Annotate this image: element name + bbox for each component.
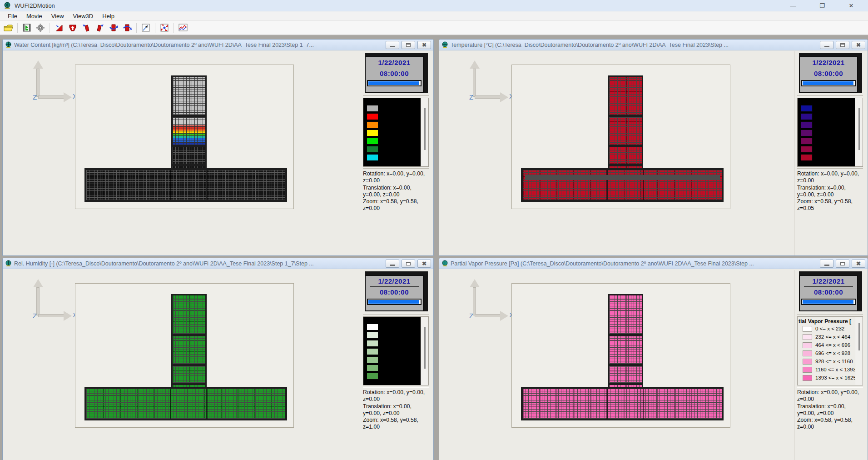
scrollbar-thumb[interactable] [424,108,426,150]
settings-gear-icon[interactable] [35,22,46,33]
axis-right-arrow-icon [500,92,508,102]
model-viewport[interactable] [75,65,294,209]
progress-bar [801,299,856,305]
minimize-button[interactable] [386,41,399,49]
translation-info: Translation: x=0.00, y=0.00, z=0.00 [363,185,429,199]
model-base-slab [521,168,724,202]
toolbar-separator [155,23,155,33]
scrollbar-thumb[interactable] [858,108,860,150]
window-client-area: Z X 1/22/2021 08:00:00 [439,50,868,255]
rotate-down-icon[interactable] [108,22,119,33]
menu-movie[interactable]: Movie [22,12,46,20]
toolbar-separator [136,23,137,33]
legend-swatch [803,375,812,381]
axis-z-label: Z [469,93,473,101]
side-panel: 1/22/2021 08:00:00 [360,51,431,255]
simulation-date: 1/22/2021 [366,277,423,285]
scrollbar-thumb[interactable] [424,327,426,369]
window-titlebar[interactable]: Water Content [kg/m³] (C:\Teresa_Disco\D… [3,40,433,50]
axis-indicator: Z X [29,59,79,109]
model-viewport[interactable] [75,283,294,428]
simulation-time: 08:00:00 [366,288,423,296]
close-button[interactable]: ✖ [852,41,865,49]
app-titlebar[interactable]: WUFI2DMotion — ❐ ✕ [0,0,868,11]
window-titlebar[interactable]: Rel. Humidity [-] (C:\Teresa_Disco\Douto… [3,258,433,269]
legend-swatch [367,356,378,363]
window-titlebar[interactable]: Partial Vapor Pressure [Pa] (C:\Teresa_D… [439,258,868,269]
view-info: Rotation: x=0.00, y=0.00, z=0.00 Transla… [363,170,429,212]
restore-button[interactable] [402,41,415,49]
legend-swatch [803,326,812,332]
window-titlebar[interactable]: Temperature [°C] (C:\Teresa_Disco\Doutor… [439,40,868,50]
legend-swatch [367,105,378,112]
view-info: Rotation: x=0.00, y=0.00, z=0.00 Transla… [797,170,863,212]
rotate-right-icon[interactable] [94,22,106,33]
open-folder-icon[interactable] [2,22,14,33]
rotation-info: Rotation: x=0.00, y=0.00, z=0.00 [797,389,863,403]
legend-swatch [367,130,378,136]
model-base-slab [521,387,724,420]
app-maximize-button[interactable]: ❐ [816,2,828,9]
close-button[interactable]: ✖ [852,260,865,268]
reset-view-icon[interactable] [53,22,65,33]
minimize-button[interactable] [820,41,833,49]
axis-indicator: Z X [466,277,516,327]
menu-help[interactable]: Help [98,12,119,20]
rotate-up-icon[interactable] [121,22,133,33]
legend-row: 0 <= x < 232 [803,325,855,332]
minimize-button[interactable] [820,260,833,268]
panel-divider [797,314,863,315]
legend-swatch [367,348,378,355]
model-viewport[interactable] [511,65,730,209]
legend-swatch [801,130,813,136]
fit-view-icon[interactable] [159,22,170,33]
menu-view3d[interactable]: View3D [69,12,98,20]
app-minimize-button[interactable]: — [787,2,799,9]
restore-button[interactable] [836,41,849,49]
legend-swatch [803,359,812,365]
side-panel: 1/22/2021 08:00:00 [360,270,431,460]
restore-icon [406,43,411,47]
scrollbar-thumb[interactable] [858,323,860,350]
legend-swatch [801,154,813,161]
window-client-area: Z X 1/22/2021 08:00:00 [439,269,868,460]
result-chart-icon[interactable] [177,22,189,33]
restore-icon [840,262,845,265]
legend-scrollbar[interactable] [421,98,428,166]
legend-swatch [367,340,378,347]
rotate-left-icon[interactable] [80,22,92,33]
restore-button[interactable] [836,260,849,268]
legend-scrollbar[interactable] [855,98,863,166]
legend-scrollbar[interactable] [421,317,428,385]
zoom-info: Zoom: x=0.58, y=0.58, z=0.05 [797,198,863,212]
side-panel: 1/22/2021 08:00:00 tial Vapor Pressure [… [794,270,865,460]
legend-swatch [801,121,813,128]
restore-button[interactable] [402,260,415,268]
window-client-area: Z X 1/22/2021 08:00:00 [3,269,433,460]
window-title: Partial Vapor Pressure [Pa] (C:\Teresa_D… [451,260,818,267]
model-viewport[interactable] [511,283,730,428]
play-movie-icon[interactable] [21,22,33,33]
zoom-info: Zoom: x=0.58, y=0.58, z=0.00 [363,198,429,212]
move-view-icon[interactable] [67,22,79,33]
perspective-view-icon[interactable] [140,22,152,33]
minimize-icon [824,46,829,47]
app-title: WUFI2DMotion [15,2,784,9]
window-title: Rel. Humidity [-] (C:\Teresa_Disco\Douto… [14,260,383,267]
axis-indicator: Z X [29,277,79,327]
close-icon: ✖ [856,261,861,266]
minimize-button[interactable] [386,260,399,268]
app-close-button[interactable]: ✕ [845,2,857,9]
legend-swatch [367,154,378,161]
window-partial-vapor-pressure: Partial Vapor Pressure [Pa] (C:\Teresa_D… [439,258,868,460]
legend-swatch [367,324,378,330]
menu-view[interactable]: View [47,12,68,20]
close-button[interactable]: ✖ [417,260,431,268]
menu-file[interactable]: File [4,12,21,20]
restore-icon [406,262,411,265]
legend-swatch [367,146,378,153]
legend-swatch [801,113,813,120]
legend-scrollbar[interactable] [855,317,863,385]
minimize-icon [824,265,829,266]
close-button[interactable]: ✖ [417,41,431,49]
